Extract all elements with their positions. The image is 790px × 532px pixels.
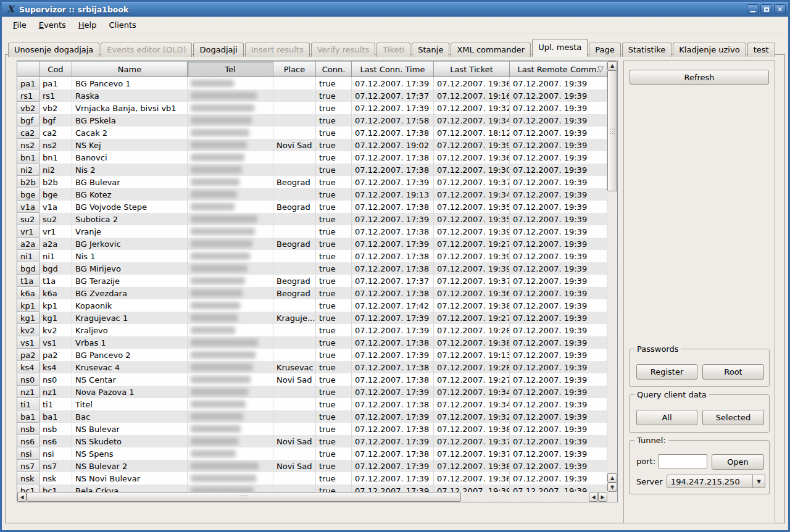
filter-icon[interactable]: ▽ [597,64,604,73]
row-header[interactable]: t1a [17,275,40,287]
table-row-rs1[interactable]: rs1rs1Raskatrue07.12.2007. 17:3707.12.20… [17,89,607,102]
table-row-ns7[interactable]: ns7ns7NS Bulevar 2Novi Sadtrue07.12.2007… [17,460,607,472]
table-row-ns2[interactable]: ns2ns2NS KejNovi Sadtrue07.12.2007. 19:0… [17,139,607,151]
table-row-ns0[interactable]: ns0ns0NS CentarNovi Sadtrue07.12.2007. 1… [17,373,607,386]
column-header-tel[interactable]: Tel [188,61,273,77]
table-row-kv2[interactable]: kv2kv2Kraljevotrue07.12.2007. 17:3907.12… [17,324,607,336]
row-header[interactable]: nz1 [17,386,40,398]
tab-upl-mesta[interactable]: Upl. mesta [532,39,588,57]
tab-unosenje-dogadjaja[interactable]: Unosenje dogadjaja [8,43,99,57]
table-row-nsi[interactable]: nsinsiNS Spenstrue07.12.2007. 17:3807.12… [17,447,607,460]
row-header[interactable]: a2a [17,238,40,250]
tab-test[interactable]: test [747,43,775,57]
table-row-ni2[interactable]: ni2ni2Nis 2true07.12.2007. 17:3807.12.20… [17,164,607,176]
table-row-bn1[interactable]: bn1bn1Banovcitrue07.12.2007. 17:3807.12.… [17,151,607,164]
tab-stanje[interactable]: Stanje [412,43,449,57]
scroll-right-button[interactable]: ▶ [598,492,607,502]
row-header[interactable]: nsi [17,447,40,460]
tab-kladjenje-uzivo[interactable]: Kladjenje uzivo [673,43,746,57]
tab-xml-commander[interactable]: XML commander [451,43,531,57]
column-header-name[interactable]: Name [72,61,188,77]
server-dropdown[interactable]: 194.247.215.250 ▼ [667,475,765,488]
row-header[interactable]: bge [17,188,40,201]
scroll-left-button[interactable]: ◀ [17,492,27,502]
table-row-ns6[interactable]: ns6ns6NS SkudetoNovi Sadtrue07.12.2007. … [17,435,607,447]
row-header[interactable]: k6a [17,287,40,299]
row-header[interactable]: kv2 [17,324,40,336]
table-row-nsk[interactable]: nsknskNS Novi Bulevartrue07.12.2007. 17:… [17,472,607,484]
menu-clients[interactable]: Clients [103,19,141,31]
row-header[interactable]: pa1 [17,77,40,89]
row-header[interactable]: ks4 [17,361,40,373]
table-row-vs1[interactable]: vs1vs1Vrbas 1true07.12.2007. 17:3807.12.… [17,336,607,349]
row-header[interactable]: ti1 [17,398,40,410]
column-header-row-selector[interactable] [17,61,40,77]
column-header-cod[interactable]: Cod [40,61,72,77]
minimize-button[interactable] [747,4,759,14]
table-row-bgd[interactable]: bgdbgdBG Mirijevotrue07.12.2007. 17:3807… [17,262,607,275]
titlebar[interactable]: X Supervizor :: srbija1book ✕ [2,2,788,17]
scroll-down-button[interactable]: ▼ [607,483,617,492]
table-row-nsb[interactable]: nsbnsbNS Bulevartrue07.12.2007. 17:3807.… [17,423,607,435]
table-row-t1a[interactable]: t1at1aBG TerazijeBeogradtrue07.12.2007. … [17,275,607,287]
tab-page[interactable]: Page [589,43,620,57]
table-row-ni1[interactable]: ni1ni1Nis 1true07.12.2007. 17:3807.12.20… [17,250,607,262]
all-button[interactable]: All [636,410,697,425]
menu-events[interactable]: Events [33,19,72,31]
row-header[interactable]: bc1 [17,484,40,492]
row-header[interactable]: b2b [17,176,40,188]
row-header[interactable]: ns2 [17,139,40,151]
vertical-scrollbar-thumb[interactable] [607,70,617,191]
row-header[interactable]: nsb [17,423,40,435]
close-button[interactable]: ✕ [774,4,786,14]
row-header[interactable]: pa2 [17,349,40,361]
row-header[interactable]: v1a [17,201,40,213]
horizontal-scrollbar-thumb[interactable] [27,492,461,502]
row-header[interactable]: vb2 [17,102,40,114]
row-header[interactable]: nsk [17,472,40,484]
table-row-vb2[interactable]: vb2vb2Vrnjacka Banja, bivsi vb1true07.12… [17,102,607,114]
row-header[interactable]: bgf [17,114,40,127]
row-header[interactable]: ni1 [17,250,40,262]
row-header[interactable]: ns7 [17,460,40,472]
port-input[interactable] [658,454,707,468]
scroll-up-button[interactable]: ▲ [607,61,617,70]
tab-dogadjaji[interactable]: Dogadjaji [193,43,243,57]
root-button[interactable]: Root [702,364,764,380]
maximize-button[interactable] [760,4,772,14]
column-header-place[interactable]: Place [273,61,316,77]
menu-file[interactable]: File [7,19,32,31]
row-header[interactable]: kp1 [17,299,40,312]
column-header-last-ticket[interactable]: Last Ticket [434,61,510,77]
table-row-nz1[interactable]: nz1nz1Nova Pazova 1true07.12.2007. 17:39… [17,386,607,398]
table-row-k6a[interactable]: k6ak6aBG ZvezdaraBeogradtrue07.12.2007. … [17,287,607,299]
table-row-ba1[interactable]: ba1ba1Bactrue07.12.2007. 17:3907.12.2007… [17,410,607,423]
row-header[interactable]: kg1 [17,312,40,324]
vertical-scrollbar-trough[interactable] [607,191,617,473]
horizontal-scrollbar[interactable]: ◀ ◀ ▶ [17,492,607,502]
column-header-conn[interactable]: Conn. [316,61,352,77]
table-row-bge[interactable]: bgebgeBG Koteztrue07.12.2007. 19:1307.12… [17,188,607,201]
column-header-last-remote-comm[interactable]: Last Remote Comm.▽ [510,61,607,77]
table-row-bc1[interactable]: bc1bc1Bela Crkvatrue07.12.2007. 17:3907.… [17,484,607,492]
table-row-a2a[interactable]: a2aa2aBG JerkovicBeogradtrue07.12.2007. … [17,238,607,250]
row-header[interactable]: su2 [17,213,40,225]
refresh-button[interactable]: Refresh [630,70,769,85]
row-header[interactable]: ns0 [17,373,40,386]
scroll-up-button-bottom[interactable]: ▲ [607,473,617,483]
table-row-kp1[interactable]: kp1kp1Kopaoniktrue07.12.2007. 17:4207.12… [17,299,607,312]
table-row-v1a[interactable]: v1av1aBG Vojvode StepeBeogradtrue07.12.2… [17,201,607,213]
table-row-kg1[interactable]: kg1kg1Kragujevac 1Kraguje...true07.12.20… [17,312,607,324]
open-button[interactable]: Open [712,454,764,470]
vertical-scrollbar[interactable]: ▲ ▲ ▼ [607,61,617,492]
horizontal-scrollbar-trough[interactable] [461,492,589,502]
table-row-pa1[interactable]: pa1pa1BG Pancevo 1true07.12.2007. 17:390… [17,77,607,89]
table-row-pa2[interactable]: pa2pa2BG Pancevo 2true07.12.2007. 17:390… [17,349,607,361]
table-row-b2b[interactable]: b2bb2bBG BulevarBeogradtrue07.12.2007. 1… [17,176,607,188]
table-row-bgf[interactable]: bgfbgfBG PSkelatrue07.12.2007. 17:5807.1… [17,114,607,127]
table-row-su2[interactable]: su2su2Subotica 2true07.12.2007. 17:3907.… [17,213,607,225]
row-header[interactable]: bgd [17,262,40,275]
selected-button[interactable]: Selected [702,410,764,425]
table-row-vr1[interactable]: vr1vr1Vranjetrue07.12.2007. 17:3807.12.2… [17,225,607,238]
scroll-left-button-right[interactable]: ◀ [589,492,598,502]
